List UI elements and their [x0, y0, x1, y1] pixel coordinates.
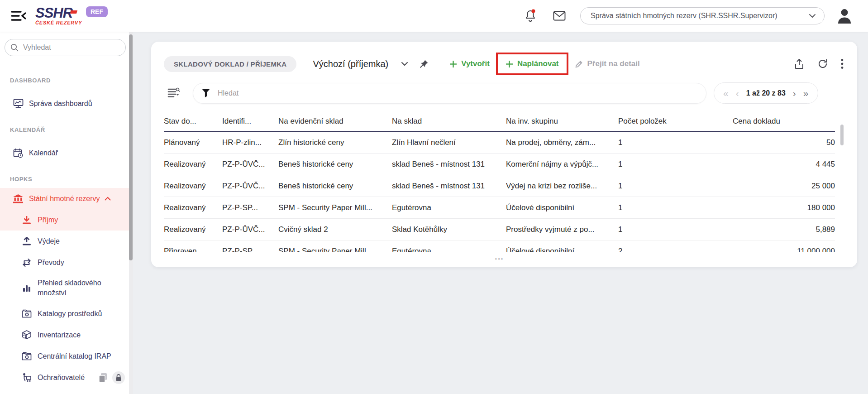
plus-icon [449, 60, 457, 68]
column-header[interactable]: Cena dokladu [733, 117, 835, 126]
cell-identifikator: PZ-P-SP... [222, 247, 278, 252]
sidebar-search-input[interactable] [23, 43, 114, 52]
cell-cena: 180 000 [733, 203, 835, 212]
topbar-actions: Správa státních hmotných rezerv (SHR.SSH… [524, 7, 853, 24]
more-rows-indicator: ... [164, 254, 835, 260]
cell-cena: 4 445 [733, 160, 835, 169]
chevron-up-icon[interactable] [105, 197, 111, 201]
pencil-icon [575, 60, 583, 68]
chevron-down-icon [809, 14, 816, 18]
sidebar-group-statni-hmotne-rezervy[interactable]: Státní hmotné rezervy [0, 188, 133, 209]
sidebar-item-sprava-dashboardu[interactable]: Správa dashboardů [0, 93, 133, 114]
cell-evidencni-sklad: SPM - Security Paper Mill... [278, 203, 392, 212]
notifications-bell-icon[interactable] [524, 9, 537, 23]
data-table: Stav do... Identifi... Na evidenční skla… [151, 111, 857, 260]
main-area: SKLADOVÝ DOKLAD / PŘÍJEMKA Výchozí (příj… [133, 32, 868, 394]
sidebar-item-prevody[interactable]: Převody [0, 252, 133, 273]
copy-icon[interactable] [98, 372, 108, 383]
logo-accent [70, 10, 77, 14]
sidebar-toggle-icon[interactable] [11, 9, 27, 23]
table-scrollbar-thumb[interactable] [840, 125, 844, 145]
cell-inv-skupina: Účelové disponibilní [506, 247, 618, 252]
sidebar-item-ochranovatele[interactable]: Ochraňovatelé [0, 367, 133, 388]
table-row[interactable]: Realizovaný PZ-P-ŮVČ... Beneš historické… [164, 154, 835, 175]
chevron-down-icon[interactable] [401, 62, 408, 66]
section-label-kalendar: KALENDÁŘ [10, 126, 133, 133]
plan-button[interactable]: Naplánovat [506, 59, 559, 68]
bar-chart-icon [21, 284, 32, 292]
column-header[interactable]: Na sklad [392, 117, 506, 126]
topbar: SSHR ČESKÉ REZERVY REF Správa státních h… [0, 0, 868, 32]
more-options-kebab-icon[interactable] [841, 58, 844, 69]
folder-gear-icon [21, 352, 32, 360]
go-to-detail-button[interactable]: Přejít na detail [575, 59, 640, 68]
table-row[interactable]: Realizovaný PZ-P-SP... SPM - Security Pa… [164, 197, 835, 219]
column-header[interactable]: Stav do... [164, 117, 222, 126]
cell-stav: Realizovaný [164, 182, 222, 191]
cell-cena: 5,889 [733, 225, 835, 234]
sidebar-scrollbar-thumb[interactable] [129, 34, 133, 260]
sidebar-item-centralni-katalog-irap[interactable]: Centrální katalog IRAP [0, 346, 133, 367]
pin-icon[interactable] [419, 59, 429, 69]
column-header[interactable]: Na inv. skupinu [506, 117, 618, 126]
table-row[interactable]: Realizovaný PZ-P-ŮVČ... Beneš historické… [164, 175, 835, 197]
sidebar-item-label: Státní hmotné rezervy [29, 195, 100, 203]
column-header[interactable]: Na evidenční sklad [278, 117, 392, 126]
sidebar-item-vydeje[interactable]: Výdeje [0, 231, 133, 252]
transfer-icon [21, 259, 32, 267]
card-toolbar [794, 58, 844, 70]
lock-icon[interactable] [112, 371, 125, 384]
cell-pocet-polozek: 1 [618, 182, 733, 191]
environment-badge: REF [86, 6, 108, 17]
sidebar-item-kalendar[interactable]: Kalendář [0, 142, 133, 163]
sidebar-scrollbar[interactable] [129, 32, 133, 394]
sidebar-item-katalogy-prostredku[interactable]: Katalogy prostředků [0, 303, 133, 324]
app-logo[interactable]: SSHR ČESKÉ REZERVY [35, 6, 81, 25]
bank-icon [13, 194, 24, 203]
refresh-icon[interactable] [817, 58, 828, 69]
table-search-input[interactable] [218, 89, 698, 97]
table-row[interactable]: Připraven PZ-P-SP... SPM - Security Pape… [164, 240, 835, 252]
sidebar-item-prijmy[interactable]: Příjmy [0, 209, 133, 231]
sidebar-item-prehled-skladoveho-mnozstvi[interactable]: Přehled skladového množství [0, 273, 133, 303]
sidebar-item-label: Ochraňovatelé [38, 374, 85, 382]
pagination: « ‹ 1 až 20 z 83 › » [714, 82, 818, 104]
pagination-next-button[interactable]: › [793, 88, 796, 98]
breadcrumb: SKLADOVÝ DOKLAD / PŘÍJEMKA [164, 56, 296, 72]
cell-stav: Připraven [164, 247, 222, 252]
sidebar-item-inventarizace[interactable]: Inventarizace [0, 324, 133, 346]
cell-identifikator: PZ-P-ŮVČ... [222, 160, 278, 169]
download-icon [21, 216, 32, 224]
table-row[interactable]: Realizovaný PZ-P-ŮVČ... Cvičný sklad 2 S… [164, 219, 835, 240]
create-button[interactable]: Vytvořit [449, 59, 490, 68]
sidebar: DASHBOARD Správa dashboardů KALENDÁŘ Kal… [0, 32, 133, 394]
search-icon [10, 43, 19, 52]
table-search[interactable] [193, 83, 706, 104]
sidebar-item-label: Příjmy [38, 216, 58, 224]
sidebar-item-label: Přehled skladového množství [38, 278, 115, 298]
sidebar-item-label: Inventarizace [38, 331, 81, 339]
export-icon[interactable] [794, 58, 805, 70]
cell-inv-skupina: Komerční nájmy a výpůjč... [506, 160, 618, 169]
pagination-prev-button[interactable]: ‹ [736, 88, 739, 98]
view-selector[interactable]: Výchozí (příjemka) [313, 59, 388, 69]
cell-identifikator: PZ-P-ŮVČ... [222, 182, 278, 191]
cell-sklad: Egutérovna [392, 247, 506, 252]
section-label-dashboard: DASHBOARD [10, 77, 133, 84]
pagination-last-button[interactable]: » [803, 88, 809, 98]
column-header[interactable]: Identifi... [222, 117, 278, 126]
role-selector[interactable]: Správa státních hmotných rezerv (SHR.SSH… [580, 7, 825, 24]
table-row[interactable]: Plánovaný HR-P-zlin... Zlín historické c… [164, 132, 835, 154]
plus-icon [506, 60, 513, 68]
cell-inv-skupina: Výdej na krizi bez rozliše... [506, 182, 618, 191]
sidebar-item-label: Správa dashboardů [29, 100, 92, 108]
column-header[interactable]: Počet položek [618, 117, 733, 126]
plan-button-label: Naplánovat [517, 59, 559, 68]
sidebar-search[interactable] [5, 39, 126, 56]
column-settings-icon[interactable] [167, 87, 180, 99]
table-header-row: Stav do... Identifi... Na evidenční skla… [164, 111, 835, 132]
cell-cena: 11 000 000 [733, 247, 835, 252]
pagination-first-button[interactable]: « [723, 88, 729, 98]
mail-icon[interactable] [553, 11, 566, 21]
user-avatar[interactable] [836, 8, 853, 24]
